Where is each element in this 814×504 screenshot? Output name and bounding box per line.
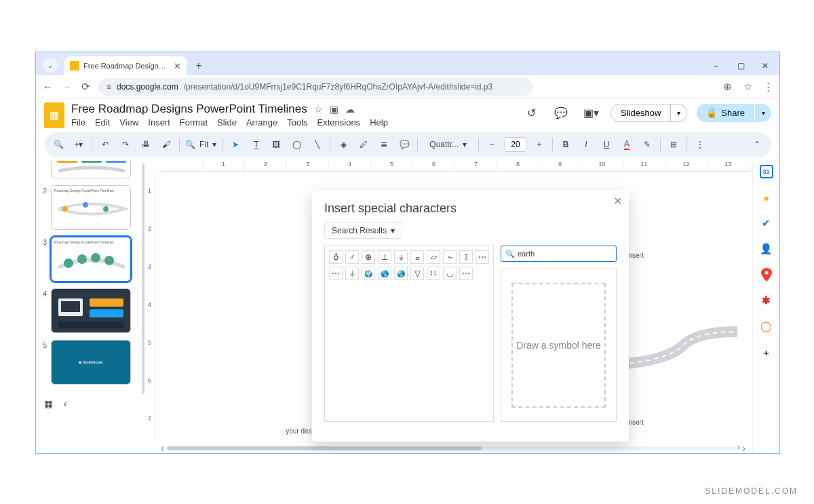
line-icon[interactable]: ╲: [309, 136, 324, 153]
menu-slide[interactable]: Slide: [217, 117, 237, 128]
italic-icon[interactable]: I: [579, 136, 594, 153]
menu-tools[interactable]: Tools: [287, 117, 307, 128]
slide-thumb-selected[interactable]: Roadmap Design PowerPoint Timelines: [51, 237, 131, 282]
filmstrip-next-icon[interactable]: ›: [737, 442, 740, 452]
image-icon[interactable]: 🖼: [269, 136, 284, 153]
char-cell[interactable]: ⏦: [443, 250, 457, 264]
char-cell[interactable]: ⏚: [345, 267, 359, 280]
menu-view[interactable]: View: [119, 117, 138, 128]
char-cell[interactable]: ⏚: [394, 250, 408, 264]
underline-icon[interactable]: U: [599, 136, 614, 153]
slide-thumb-row[interactable]: 5 ■ SlideModel: [40, 340, 140, 385]
zoom-icon[interactable]: ⊕: [721, 81, 733, 93]
paint-format-icon[interactable]: 🖌: [159, 136, 174, 153]
filmstrip-prev-icon[interactable]: ‹: [64, 398, 67, 409]
contacts-icon[interactable]: 👤: [760, 242, 773, 256]
menu-edit[interactable]: Edit: [95, 117, 110, 128]
url-field[interactable]: ≡ docs.google.com /presentation/d/1oU9MF…: [98, 78, 532, 96]
keep-icon[interactable]: ●: [760, 191, 773, 204]
undo-icon[interactable]: ↶: [98, 136, 113, 153]
maps-icon[interactable]: [760, 268, 773, 282]
slideshow-dropdown[interactable]: ▾: [671, 104, 687, 122]
horizontal-scrollbar[interactable]: [161, 445, 745, 452]
font-selector[interactable]: Quattr...▾: [423, 138, 473, 151]
comment-icon[interactable]: 💬: [397, 136, 412, 153]
reload-icon[interactable]: ⟳: [79, 81, 92, 93]
kebab-icon[interactable]: ⋮: [762, 81, 774, 93]
share-button[interactable]: 🔒Share: [697, 104, 754, 122]
char-cell[interactable]: ⏥: [427, 250, 440, 264]
more-icon[interactable]: ⋮: [693, 136, 708, 153]
char-cell[interactable]: ⫱: [459, 250, 473, 264]
char-cell[interactable]: ⏛: [410, 250, 424, 264]
hscroll-thumb[interactable]: [167, 446, 482, 450]
dialog-close-icon[interactable]: ✕: [613, 195, 622, 208]
char-cell[interactable]: 🌎: [378, 267, 391, 280]
doc-title[interactable]: Free Roadmap Designs PowerPoint Timeline…: [71, 102, 307, 116]
font-size-minus[interactable]: −: [484, 136, 499, 153]
draw-panel[interactable]: Draw a symbol here: [501, 269, 617, 422]
menu-insert[interactable]: Insert: [148, 117, 170, 128]
close-icon[interactable]: ✕: [174, 61, 181, 71]
meet-icon[interactable]: ▣▾: [581, 102, 601, 123]
char-search-input[interactable]: 🔍 earth: [501, 246, 617, 262]
char-cell[interactable]: ♂: [345, 250, 359, 264]
calendar-icon[interactable]: 31: [760, 165, 773, 178]
slide-thumb-row[interactable]: 2 Roadmap Design PowerPoint Timelines: [40, 185, 140, 230]
menu-help[interactable]: Help: [370, 117, 388, 128]
fill-icon[interactable]: 🖊: [356, 136, 371, 153]
char-cell[interactable]: ⊕: [362, 250, 375, 264]
addon-icon[interactable]: ◯: [760, 319, 773, 333]
textbox-icon[interactable]: T̲: [248, 136, 263, 153]
align-icon[interactable]: ≣: [376, 136, 391, 153]
slide-thumb-row[interactable]: 3 Roadmap Design PowerPoint Timelines: [40, 237, 140, 282]
transition-icon[interactable]: ◈: [336, 136, 351, 153]
font-size-plus[interactable]: +: [532, 136, 547, 153]
highlight-icon[interactable]: ✎: [640, 136, 655, 153]
char-cell[interactable]: ⋯: [329, 267, 343, 280]
grid-view-icon[interactable]: ▦: [44, 398, 53, 409]
menu-format[interactable]: Format: [180, 117, 208, 128]
slideshow-button[interactable]: Slideshow: [610, 104, 671, 122]
select-icon[interactable]: ➤: [228, 136, 243, 153]
search-menus-icon[interactable]: 🔍: [51, 136, 66, 153]
menu-file[interactable]: File: [71, 117, 85, 128]
zoom-control[interactable]: 🔍 Fit ▾: [185, 140, 216, 149]
char-cell[interactable]: ∷: [427, 267, 440, 280]
shape-icon[interactable]: ◯: [289, 136, 304, 153]
slide-thumb-row[interactable]: [40, 161, 140, 178]
cloud-saved-icon[interactable]: ☁: [345, 104, 355, 115]
window-close-icon[interactable]: ✕: [755, 56, 775, 75]
bold-icon[interactable]: B: [558, 136, 573, 153]
char-cell[interactable]: ⋯: [459, 267, 473, 280]
move-icon[interactable]: ▣: [330, 104, 338, 115]
insert-comment-icon[interactable]: ⊞: [666, 136, 681, 153]
char-cell[interactable]: ⋯: [476, 250, 489, 264]
minimize-icon[interactable]: –: [706, 56, 726, 75]
new-tab-button[interactable]: +: [191, 58, 207, 74]
print-icon[interactable]: 🖶: [138, 136, 153, 153]
slides-logo-icon[interactable]: ▦: [44, 102, 64, 128]
history-icon[interactable]: ↺: [521, 102, 541, 123]
collapse-toolbar-icon[interactable]: ⌃: [750, 136, 764, 153]
star-icon[interactable]: ☆: [314, 104, 323, 115]
share-dropdown[interactable]: ▾: [755, 104, 771, 122]
slide-thumb-row[interactable]: 4: [40, 288, 140, 333]
slide-thumb[interactable]: ■ SlideModel: [51, 340, 131, 385]
forward-icon[interactable]: →: [60, 81, 73, 93]
maximize-icon[interactable]: ▢: [731, 56, 751, 75]
get-addons-icon[interactable]: +: [760, 345, 773, 359]
char-cell[interactable]: ♁: [329, 250, 343, 264]
site-info-icon[interactable]: ≡: [106, 82, 111, 92]
slide-thumb[interactable]: Roadmap Design PowerPoint Timelines: [51, 185, 131, 230]
redo-icon[interactable]: ↷: [118, 136, 133, 153]
bookmark-icon[interactable]: ☆: [741, 81, 754, 93]
menu-extensions[interactable]: Extensions: [317, 117, 361, 128]
back-icon[interactable]: ←: [41, 81, 54, 93]
char-cell[interactable]: ⊥: [378, 250, 391, 264]
slide-thumb[interactable]: [51, 288, 131, 333]
comments-icon[interactable]: 💬: [551, 102, 571, 123]
text-color-icon[interactable]: A: [619, 136, 634, 153]
slide-thumb[interactable]: [51, 161, 131, 178]
char-cell[interactable]: 🌏: [394, 267, 408, 280]
